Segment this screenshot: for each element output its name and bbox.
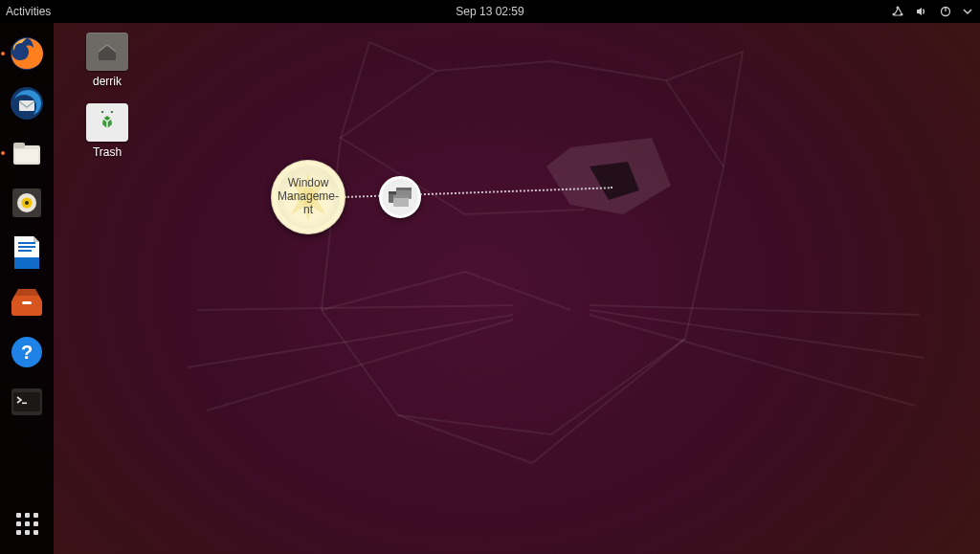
pie-node-window-management[interactable]: Window Manageme-nt [271, 160, 345, 234]
pie-node-label: Window Manageme-nt [271, 177, 345, 216]
svg-rect-37 [396, 188, 412, 190]
dock-item-libreoffice-writer[interactable] [6, 232, 48, 274]
system-tray[interactable] [891, 5, 972, 18]
volume-icon[interactable] [915, 5, 928, 18]
pie-child-windows[interactable] [379, 176, 421, 218]
home-folder-icon [86, 33, 128, 71]
trash-icon [86, 103, 128, 142]
firefox-icon [9, 35, 45, 72]
network-icon[interactable] [891, 5, 904, 18]
svg-rect-25 [18, 242, 35, 244]
desktop-icon-trash[interactable]: Trash [73, 103, 142, 159]
svg-point-23 [25, 201, 29, 205]
svg-line-3 [590, 310, 924, 358]
svg-rect-19 [15, 149, 38, 163]
dock: ? [0, 23, 54, 554]
svg-line-6 [188, 315, 513, 367]
ubuntu-software-icon [9, 286, 45, 319]
dock-item-terminal[interactable] [6, 381, 48, 423]
svg-rect-16 [19, 100, 34, 111]
desktop-icon-home[interactable]: derrik [73, 33, 142, 88]
top-panel: Activities Sep 13 02:59 [0, 0, 980, 23]
svg-rect-27 [18, 250, 32, 252]
dock-item-firefox[interactable] [6, 33, 48, 75]
svg-marker-0 [322, 61, 724, 434]
svg-line-8 [207, 320, 513, 410]
terminal-icon [10, 387, 44, 417]
dock-item-rhythmbox[interactable] [6, 182, 48, 224]
thunderbird-icon [9, 85, 45, 122]
svg-marker-1 [546, 138, 671, 214]
dock-item-help[interactable]: ? [6, 331, 48, 373]
svg-marker-2 [590, 162, 639, 200]
svg-rect-33 [22, 403, 27, 405]
svg-rect-24 [14, 257, 39, 269]
wallpaper-art [54, 23, 980, 554]
clock[interactable]: Sep 13 02:59 [456, 5, 523, 18]
apps-grid-icon [16, 513, 38, 535]
help-icon: ? [10, 335, 44, 369]
svg-line-7 [197, 305, 513, 310]
window-management-icon [387, 186, 413, 209]
svg-rect-26 [18, 246, 35, 248]
dock-item-thunderbird[interactable] [6, 82, 48, 124]
svg-rect-18 [13, 143, 25, 148]
power-icon[interactable] [939, 5, 952, 18]
chevron-down-icon[interactable] [963, 7, 972, 16]
files-icon [10, 136, 44, 170]
desktop-icon-label: derrik [73, 75, 142, 88]
activities-button[interactable]: Activities [6, 5, 51, 18]
rhythmbox-icon [10, 186, 44, 220]
svg-rect-39 [393, 195, 409, 198]
svg-rect-28 [22, 301, 32, 304]
svg-rect-13 [945, 7, 946, 11]
dock-item-ubuntu-software[interactable] [6, 281, 48, 323]
svg-line-4 [590, 315, 915, 406]
svg-text:?: ? [21, 342, 33, 363]
libreoffice-writer-icon [11, 234, 43, 271]
svg-line-5 [590, 305, 920, 315]
desktop-icon-label: Trash [73, 145, 142, 159]
dock-item-files[interactable] [6, 132, 48, 174]
show-applications-button[interactable] [6, 502, 48, 544]
